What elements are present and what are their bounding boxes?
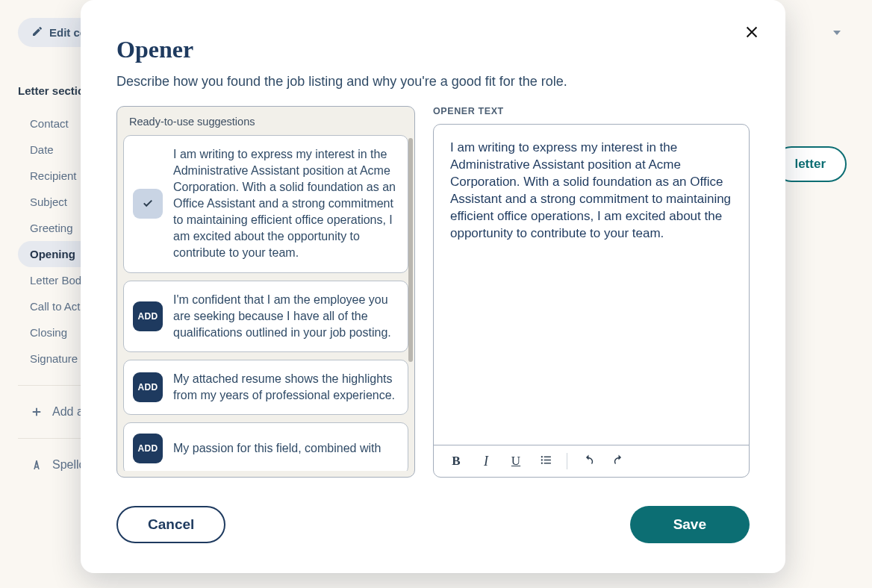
suggestion-card[interactable]: I am writing to express my interest in t… [123,135,408,273]
suggestion-card[interactable]: ADDMy attached resume shows the highligh… [123,360,408,415]
close-icon [744,31,760,43]
cancel-button[interactable]: Cancel [116,506,225,543]
editor-panel: OPENER TEXT I am writing to express my i… [433,106,750,478]
suggestion-selected-chip[interactable] [133,189,163,219]
toolbar-separator [567,453,567,469]
modal-footer: Cancel Save [116,506,750,543]
italic-button[interactable]: I [473,450,499,472]
close-button[interactable] [739,19,764,47]
suggestions-list-wrap: I am writing to express my interest in t… [117,135,414,477]
redo-button[interactable] [605,450,632,472]
suggestion-card[interactable]: ADDI'm confident that I am the employee … [123,281,408,352]
svg-rect-5 [544,463,550,463]
spellcheck-icon [30,458,43,472]
plus-icon [30,405,43,419]
editor-toolbar: B I U [434,445,749,477]
modal-subtitle: Describe how you found the job listing a… [116,74,750,90]
undo-button[interactable] [575,450,602,472]
modal-body: Ready-to-use suggestions I am writing to… [116,106,750,478]
opener-text-editor[interactable]: I am writing to express my interest in t… [434,125,749,445]
svg-point-2 [541,462,542,463]
opener-modal: Opener Describe how you found the job li… [81,0,785,573]
suggestion-text: My passion for this field, combined with [173,440,381,457]
svg-point-0 [541,456,542,457]
scrollbar-thumb[interactable] [408,138,413,362]
pencil-icon [31,25,43,40]
editor-label: OPENER TEXT [433,106,750,116]
editor-box: I am writing to express my interest in t… [433,124,750,478]
modal-title: Opener [116,36,750,63]
suggestion-card[interactable]: ADDMy passion for this field, combined w… [123,422,408,471]
suggestions-header: Ready-to-use suggestions [117,107,414,135]
suggestion-text: My attached resume shows the highlights … [173,371,396,404]
suggestions-panel: Ready-to-use suggestions I am writing to… [116,106,415,478]
redo-icon [612,454,625,469]
bold-button[interactable]: B [443,450,470,472]
svg-point-1 [541,459,542,460]
bullet-list-button[interactable] [532,450,559,472]
suggestion-add-chip[interactable]: ADD [133,372,163,402]
list-icon [540,454,552,469]
chevron-down-icon[interactable] [833,31,841,35]
underline-button[interactable]: U [502,450,529,472]
undo-icon [582,454,595,469]
check-icon [141,196,155,212]
svg-rect-3 [544,456,550,457]
suggestion-add-chip[interactable]: ADD [133,301,163,331]
suggestion-text: I am writing to express my interest in t… [173,146,396,262]
save-button[interactable]: Save [630,506,750,543]
suggestion-text: I'm confident that I am the employee you… [173,292,396,341]
suggestions-list[interactable]: I am writing to express my interest in t… [123,135,408,471]
suggestion-add-chip[interactable]: ADD [133,434,163,463]
svg-rect-4 [544,459,550,460]
